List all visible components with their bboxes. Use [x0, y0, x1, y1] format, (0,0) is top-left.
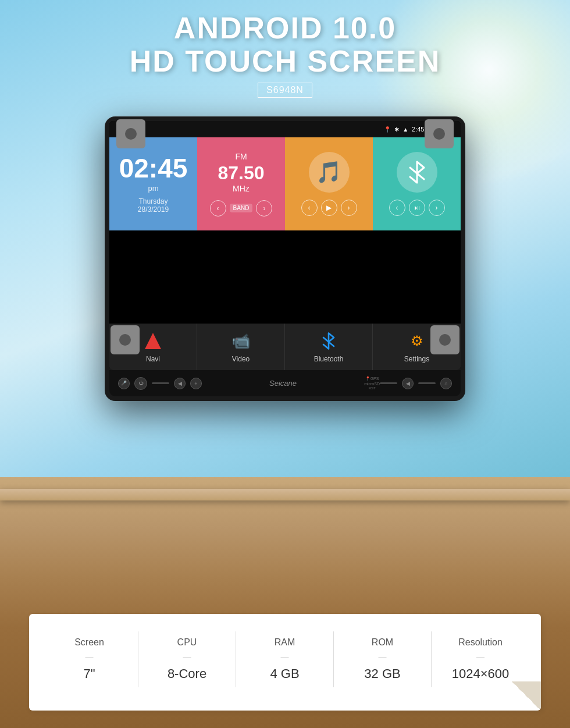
bt-app-icon	[318, 331, 339, 351]
divider-line3	[418, 382, 436, 384]
specs-card: Screen — 7" CPU — 8-Core RAM — 4 GB ROM …	[29, 614, 541, 711]
app-grid: 02:45 pm Thursday 28/3/2019 FM 87.50 MHz	[109, 137, 461, 324]
music-icon: 🎵	[309, 152, 350, 193]
power-btn[interactable]: ⏻	[134, 377, 147, 390]
settings-label: Settings	[404, 355, 429, 363]
spec-item-ram: RAM — 4 GB	[236, 631, 334, 687]
header-section: ANDROID 10.0 HD TOUCH SCREEN S6948N	[0, 12, 570, 98]
bracket-hole	[125, 128, 137, 140]
divider-line2	[380, 382, 397, 384]
bracket-hole	[439, 334, 451, 346]
navi-icon	[142, 331, 163, 351]
music-controls: ‹ ▶ ›	[301, 200, 357, 216]
spec-item-rom: ROM — 32 GB	[334, 631, 432, 687]
spec-value: 1024×600	[452, 666, 510, 681]
mic-btn[interactable]: 🎤	[118, 378, 130, 389]
screen: ⌂ ⚡ 📍 ✱ ▲ 2:45 PM ▭ ↩ 02:45 pm	[109, 121, 461, 370]
bluetooth-app-label: Bluetooth	[314, 355, 344, 363]
music-play-btn[interactable]: ▶	[321, 200, 337, 216]
spec-item-resolution: Resolution — 1024×600	[432, 631, 529, 687]
spec-label: CPU	[177, 637, 197, 648]
video-app[interactable]: 📹 Video	[197, 324, 285, 370]
music-tile[interactable]: 🎵 ‹ ▶ ›	[285, 137, 373, 230]
bracket-bottom-left	[111, 325, 140, 354]
spec-divider: —	[476, 652, 484, 662]
navi-label: Navi	[146, 355, 160, 363]
bluetooth-status-icon: ✱	[394, 126, 399, 133]
vol-up-btn[interactable]: +	[190, 378, 202, 389]
divider-line1	[152, 382, 169, 384]
table-surface	[0, 489, 570, 500]
clock-tile[interactable]: 02:45 pm Thursday 28/3/2019	[109, 137, 197, 230]
bracket-top-right	[425, 119, 454, 148]
navi-arrow-icon	[145, 333, 161, 349]
right-controls: ◀ ⌂	[380, 378, 452, 389]
bracket-hole	[433, 128, 445, 140]
spec-label: ROM	[372, 637, 393, 648]
device-controls: 🎤 ⏻ ◀ + Seicane 📍GPS microSD RST ◀ ⌂	[109, 370, 461, 396]
spec-value: 4 GB	[270, 666, 299, 681]
bt-prev-btn[interactable]: ‹	[389, 200, 405, 216]
clock-time: 02:45	[119, 155, 188, 182]
location-icon: 📍	[384, 126, 391, 133]
gps-label: 📍GPS	[365, 377, 379, 381]
video-label: Video	[232, 355, 250, 363]
spec-divider: —	[281, 652, 289, 662]
spec-label: Resolution	[458, 637, 503, 648]
gps-section: 📍GPS microSD RST	[364, 377, 380, 390]
radio-controls: ‹ BAND ›	[210, 200, 273, 216]
settings-icon: ⚙	[407, 331, 428, 351]
radio-band-btn[interactable]: BAND	[230, 204, 253, 212]
spec-divider: —	[183, 652, 191, 662]
ch-down-btn[interactable]: ◀	[402, 378, 414, 389]
radio-tile[interactable]: FM 87.50 MHz ‹ BAND ›	[197, 137, 285, 230]
spec-value: 32 GB	[364, 666, 400, 681]
status-bar: ⌂ ⚡ 📍 ✱ ▲ 2:45 PM ▭ ↩	[109, 121, 461, 137]
header-line1: ANDROID 10.0	[0, 12, 570, 45]
specs-section: Screen — 7" CPU — 8-Core RAM — 4 GB ROM …	[29, 614, 541, 711]
wifi-icon: ▲	[402, 126, 408, 133]
bt-pause-btn[interactable]: ⏯	[409, 200, 425, 216]
spec-item-screen: Screen — 7"	[41, 631, 138, 687]
model-badge: S6948N	[258, 83, 312, 98]
radio-prev-btn[interactable]: ‹	[210, 200, 226, 216]
rst-label: RST	[369, 386, 376, 390]
bracket-top-left	[116, 119, 145, 148]
spec-item-cpu: CPU — 8-Core	[138, 631, 236, 687]
bluetooth-app[interactable]: Bluetooth	[285, 324, 373, 370]
bt-next-btn[interactable]: ›	[429, 200, 445, 216]
header-line2: HD TOUCH SCREEN	[0, 45, 570, 78]
spec-divider: —	[86, 652, 94, 662]
vol-down-btn[interactable]: ◀	[174, 378, 186, 389]
device-wrapper: ⌂ ⚡ 📍 ✱ ▲ 2:45 PM ▭ ↩ 02:45 pm	[81, 116, 489, 401]
left-controls: 🎤 ⏻ ◀ +	[118, 377, 202, 390]
music-next-btn[interactable]: ›	[341, 200, 357, 216]
bracket-bottom-right	[430, 325, 459, 354]
spec-value: 7"	[83, 666, 95, 681]
video-icon: 📹	[230, 331, 251, 351]
bluetooth-icon	[397, 152, 437, 193]
clock-ampm: pm	[148, 184, 158, 193]
clock-date: Thursday 28/3/2019	[138, 197, 169, 214]
bluetooth-tile[interactable]: ‹ ⏯ ›	[373, 137, 461, 230]
microsd-label: microSD	[364, 382, 380, 386]
spec-label: RAM	[275, 637, 295, 648]
bottom-apps: Navi 📹 Video Bluetooth ⚙	[109, 324, 461, 370]
device-body: ⌂ ⚡ 📍 ✱ ▲ 2:45 PM ▭ ↩ 02:45 pm	[105, 116, 465, 401]
spec-divider: —	[379, 652, 387, 662]
spec-label: Screen	[74, 637, 104, 648]
spec-value: 8-Core	[168, 666, 206, 681]
bt-controls: ‹ ⏯ ›	[389, 200, 445, 216]
radio-info: FM 87.50 MHz	[218, 152, 264, 193]
bracket-hole	[119, 334, 131, 346]
home-hw-btn[interactable]: ⌂	[440, 378, 452, 389]
radio-next-btn[interactable]: ›	[256, 200, 272, 216]
brand-logo: Seicane	[202, 379, 364, 388]
music-prev-btn[interactable]: ‹	[301, 200, 318, 216]
